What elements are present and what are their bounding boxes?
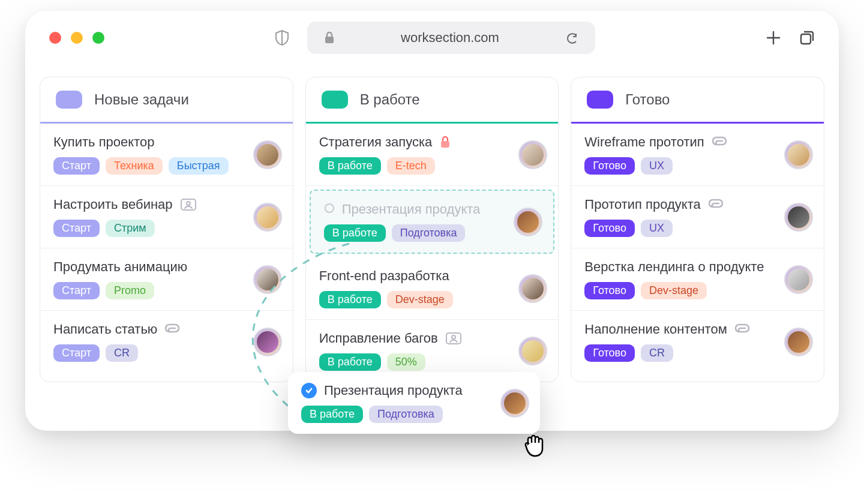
close-window-button[interactable] — [49, 32, 61, 44]
tag[interactable]: CR — [641, 344, 673, 362]
tag[interactable]: UX — [641, 157, 673, 175]
tag-list: СтартТехникаБыстрая — [53, 157, 280, 175]
avatar[interactable] — [253, 140, 282, 169]
tag[interactable]: Старт — [53, 282, 100, 299]
card-title: Презентация продукта — [342, 202, 481, 217]
reload-icon[interactable] — [565, 31, 578, 44]
tag-list: ГотовоUX — [584, 157, 811, 175]
tag-list: В работе50% — [319, 353, 545, 371]
card-title: Стратегия запуска — [319, 134, 433, 150]
tag[interactable]: CR — [106, 344, 138, 362]
card-title-row: Написать статью — [53, 322, 280, 337]
tag[interactable]: В работе — [301, 406, 363, 423]
column-progress[interactable]: В работеСтратегия запускаВ работеE-techП… — [305, 77, 559, 382]
column-header: Готово — [571, 77, 824, 124]
tag[interactable]: В работе — [319, 353, 381, 371]
assignee-icon — [180, 198, 197, 211]
column-header: Новые задачи — [40, 77, 293, 124]
tag[interactable]: В работе — [319, 157, 381, 175]
tag[interactable]: Быстрая — [169, 157, 229, 175]
avatar[interactable] — [784, 328, 813, 356]
browser-window: worksection.com Н — [25, 11, 839, 431]
card-title: Презентация продукта — [324, 383, 463, 398]
tag[interactable]: UX — [641, 220, 673, 237]
new-tab-icon[interactable] — [766, 30, 781, 46]
avatar[interactable] — [518, 337, 547, 365]
dragging-card[interactable]: Презентация продуктаВ работеПодготовка — [288, 372, 540, 434]
avatar[interactable] — [784, 140, 813, 169]
tag-list: В работеE-tech — [319, 157, 545, 175]
avatar[interactable] — [784, 203, 813, 232]
address-bar[interactable]: worksection.com — [307, 22, 595, 54]
tag[interactable]: Dev-stage — [387, 291, 453, 308]
column-color-chip — [56, 91, 82, 109]
attachment-icon — [164, 323, 182, 335]
tag[interactable]: E-tech — [387, 157, 435, 175]
tag[interactable]: Старт — [53, 344, 100, 362]
task-card[interactable]: Презентация продуктаВ работеПодготовка — [310, 190, 555, 254]
tag[interactable]: Старт — [53, 157, 100, 175]
tag-list: ГотовоCR — [584, 344, 811, 362]
tag[interactable]: В работе — [324, 224, 386, 242]
avatar[interactable] — [253, 203, 282, 232]
tag-list: СтартCR — [53, 344, 280, 362]
task-card[interactable]: Написать статьюСтартCR — [40, 311, 293, 373]
svg-point-9 — [452, 335, 455, 339]
avatar[interactable] — [514, 208, 542, 236]
task-card[interactable]: Наполнение контентомГотовоCR — [571, 311, 824, 373]
minimize-window-button[interactable] — [71, 32, 83, 44]
card-title: Front-end разработка — [319, 268, 449, 284]
maximize-window-button[interactable] — [92, 32, 104, 44]
avatar[interactable] — [253, 265, 282, 294]
tag[interactable]: Готово — [584, 220, 635, 237]
avatar[interactable] — [784, 265, 813, 294]
attachment-icon — [712, 136, 730, 148]
tag[interactable]: Подготовка — [392, 224, 466, 242]
task-card[interactable]: Прототип продуктаГотовоUX — [571, 186, 824, 248]
card-title-row: Front-end разработка — [319, 268, 545, 284]
shield-icon[interactable] — [275, 29, 289, 46]
column-header: В работе — [306, 77, 559, 124]
avatar[interactable] — [518, 274, 547, 303]
card-title: Исправление багов — [319, 331, 438, 346]
lock-icon — [324, 31, 335, 44]
tag[interactable]: Подготовка — [369, 406, 443, 423]
cursor-grab-icon — [522, 432, 548, 461]
tabs-icon[interactable] — [799, 30, 815, 46]
avatar[interactable] — [518, 140, 547, 169]
svg-rect-3 — [801, 34, 811, 44]
attachment-icon — [708, 199, 726, 211]
avatar[interactable] — [500, 389, 529, 418]
task-card[interactable]: Купить проекторСтартТехникаБыстрая — [40, 124, 293, 186]
svg-point-5 — [187, 202, 190, 205]
card-title: Настроить вебинар — [53, 197, 173, 212]
tag[interactable]: 50% — [387, 353, 425, 371]
attachment-icon — [734, 323, 752, 335]
column-done[interactable]: ГотовоWireframe прототипГотовоUXПрототип… — [571, 77, 824, 382]
task-card[interactable]: Настроить вебинарСтартСтрим — [40, 186, 293, 248]
column-new[interactable]: Новые задачиКупить проекторСтартТехникаБ… — [40, 77, 293, 382]
card-title-row: Презентация продукта — [301, 383, 527, 398]
tag[interactable]: Готово — [584, 157, 635, 175]
task-card[interactable]: Верстка лендинга о продуктеГотовоDev-sta… — [571, 248, 824, 311]
card-title-row: Прототип продукта — [584, 197, 811, 212]
tag[interactable]: Готово — [584, 282, 635, 299]
tag[interactable]: Стрим — [106, 220, 155, 237]
tag[interactable]: Старт — [53, 220, 100, 237]
tag[interactable]: В работе — [319, 291, 381, 308]
task-card[interactable]: Продумать анимациюСтартPromo — [40, 248, 293, 311]
tag[interactable]: Техника — [106, 157, 163, 175]
task-card[interactable]: Стратегия запускаВ работеE-tech — [306, 124, 559, 186]
card-title-row: Презентация продукта — [324, 202, 541, 217]
tag[interactable]: Promo — [106, 282, 154, 299]
tag[interactable]: Dev-stage — [641, 282, 707, 299]
card-title: Наполнение контентом — [584, 322, 727, 337]
tag[interactable]: Готово — [584, 344, 635, 362]
task-card[interactable]: Wireframe прототипГотовоUX — [571, 124, 824, 186]
card-title-row: Продумать анимацию — [53, 259, 280, 275]
avatar[interactable] — [253, 328, 282, 356]
svg-point-7 — [325, 204, 334, 212]
column-title: В работе — [360, 91, 420, 108]
check-icon — [301, 383, 317, 398]
task-card[interactable]: Front-end разработкаВ работеDev-stage — [306, 257, 559, 320]
